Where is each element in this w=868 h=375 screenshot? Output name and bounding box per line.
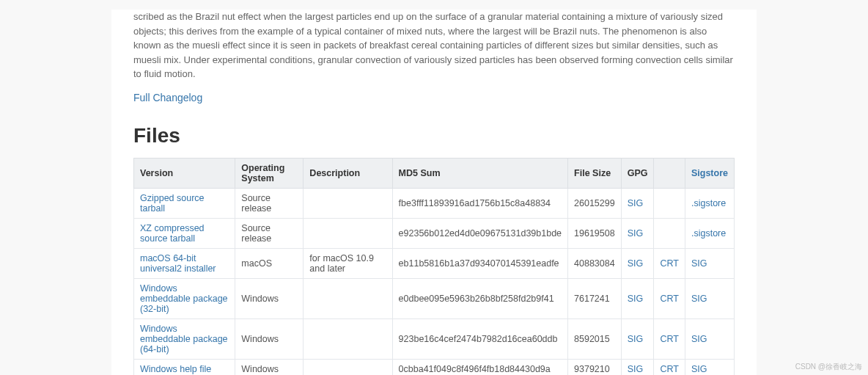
- version-link[interactable]: XZ compressed source tarball: [140, 223, 205, 244]
- os-cell: Windows: [235, 278, 304, 318]
- table-header: Sigstore: [685, 158, 734, 188]
- sigstore-link[interactable]: SIG: [691, 334, 707, 344]
- size-cell: 40883084: [568, 248, 622, 278]
- size-cell: 7617241: [568, 278, 622, 318]
- version-link[interactable]: Windows embeddable package (32-bit): [140, 283, 228, 314]
- sigstore-link[interactable]: .sigstore: [691, 198, 726, 208]
- os-cell: Windows: [235, 318, 304, 359]
- desc-cell: [304, 188, 392, 218]
- gpg-sig-link[interactable]: SIG: [628, 198, 644, 208]
- files-heading: Files: [133, 124, 735, 148]
- crt-link[interactable]: CRT: [660, 258, 678, 269]
- table-header: MD5 Sum: [392, 158, 567, 188]
- crt-link[interactable]: CRT: [660, 364, 678, 374]
- gpg-sig-link[interactable]: SIG: [628, 294, 644, 304]
- table-header: File Size: [568, 158, 622, 188]
- gpg-sig-link[interactable]: SIG: [628, 258, 644, 269]
- crt-link[interactable]: CRT: [660, 334, 678, 344]
- version-link[interactable]: Gzipped source tarball: [140, 193, 205, 214]
- table-row: XZ compressed source tarballSource relea…: [134, 218, 735, 248]
- size-cell: 26015299: [568, 188, 622, 218]
- gpg-sig-link[interactable]: SIG: [628, 364, 644, 374]
- os-cell: Windows: [235, 359, 304, 375]
- table-row: Windows help fileWindows0cbba41f049c8f49…: [134, 359, 735, 375]
- files-table: VersionOperating SystemDescriptionMD5 Su…: [133, 158, 735, 376]
- sigstore-link[interactable]: SIG: [691, 294, 707, 304]
- crt-link[interactable]: CRT: [660, 294, 678, 304]
- md5-cell: e0dbee095e5963b26b8bf258fd2b9f41: [392, 278, 567, 318]
- table-row: Windows embeddable package (64-bit)Windo…: [134, 318, 735, 359]
- desc-cell: [304, 278, 392, 318]
- os-cell: macOS: [235, 248, 304, 278]
- version-link[interactable]: Windows help file: [140, 364, 211, 374]
- gpg-sig-link[interactable]: SIG: [628, 334, 644, 344]
- desc-cell: [304, 359, 392, 375]
- table-row: Windows embeddable package (32-bit)Windo…: [134, 278, 735, 318]
- sigstore-link[interactable]: .sigstore: [691, 228, 726, 239]
- table-header: GPG: [621, 158, 654, 188]
- page-content: scribed as the Brazil nut effect when th…: [111, 10, 757, 375]
- md5-cell: e92356b012ed4d0e09675131d39b1bde: [392, 218, 567, 248]
- md5-cell: 0cbba41f049c8f496f4fb18d84430d9a: [392, 359, 567, 375]
- table-header: Version: [134, 158, 235, 188]
- version-link[interactable]: Windows embeddable package (64-bit): [140, 324, 228, 354]
- size-cell: 19619508: [568, 218, 622, 248]
- os-cell: Source release: [235, 188, 304, 218]
- table-header: Operating System: [235, 158, 304, 188]
- desc-cell: for macOS 10.9 and later: [304, 248, 392, 278]
- md5-cell: 923be16c4cef2474b7982d16cea60ddb: [392, 318, 567, 359]
- sigstore-link[interactable]: SIG: [691, 258, 707, 269]
- md5-cell: eb11b5816b1a37d934070145391eadfe: [392, 248, 567, 278]
- table-row: macOS 64-bit universal2 installermacOSfo…: [134, 248, 735, 278]
- md5-cell: fbe3fff11893916ad1756b15c8a48834: [392, 188, 567, 218]
- intro-paragraph: scribed as the Brazil nut effect when th…: [133, 10, 735, 81]
- version-link[interactable]: macOS 64-bit universal2 installer: [140, 253, 216, 274]
- sigstore-header-link[interactable]: Sigstore: [691, 168, 728, 178]
- full-changelog-link[interactable]: Full Changelog: [133, 92, 202, 103]
- watermark: CSDN @徐香岐之海: [795, 362, 862, 372]
- desc-cell: [304, 318, 392, 359]
- table-header: [654, 158, 685, 188]
- gpg-sig-link[interactable]: SIG: [628, 228, 644, 239]
- size-cell: 8592015: [568, 318, 622, 359]
- desc-cell: [304, 218, 392, 248]
- table-header: Description: [304, 158, 392, 188]
- os-cell: Source release: [235, 218, 304, 248]
- sigstore-link[interactable]: SIG: [691, 364, 707, 374]
- size-cell: 9379210: [568, 359, 622, 375]
- table-row: Gzipped source tarballSource releasefbe3…: [134, 188, 735, 218]
